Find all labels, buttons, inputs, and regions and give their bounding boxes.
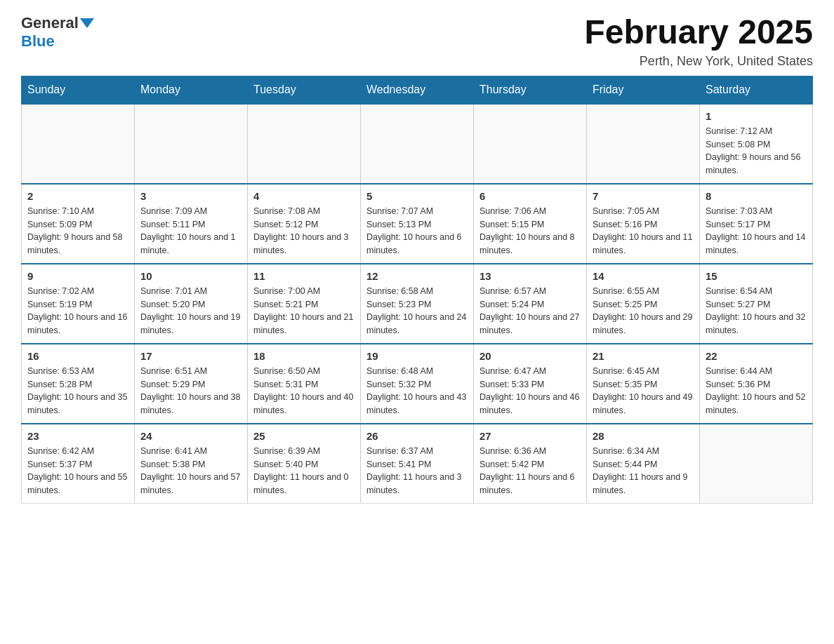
calendar-cell: 22Sunrise: 6:44 AM Sunset: 5:36 PM Dayli… (700, 344, 813, 424)
calendar-cell (22, 104, 135, 184)
day-of-week-monday: Monday (135, 76, 248, 104)
calendar-cell (474, 104, 587, 184)
calendar-cell: 19Sunrise: 6:48 AM Sunset: 5:32 PM Dayli… (361, 344, 474, 424)
location-text: Perth, New York, United States (584, 54, 813, 69)
day-of-week-wednesday: Wednesday (361, 76, 474, 104)
week-row-4: 16Sunrise: 6:53 AM Sunset: 5:28 PM Dayli… (22, 344, 813, 424)
calendar-cell: 28Sunrise: 6:34 AM Sunset: 5:44 PM Dayli… (587, 424, 700, 504)
calendar-body: 1Sunrise: 7:12 AM Sunset: 5:08 PM Daylig… (22, 104, 813, 504)
calendar-cell: 27Sunrise: 6:36 AM Sunset: 5:42 PM Dayli… (474, 424, 587, 504)
day-number: 28 (593, 430, 694, 442)
logo-blue-text: Blue (21, 32, 55, 50)
day-number: 4 (253, 190, 355, 202)
calendar-cell: 7Sunrise: 7:05 AM Sunset: 5:16 PM Daylig… (587, 184, 700, 264)
day-number: 18 (253, 350, 355, 362)
day-number: 27 (479, 430, 581, 442)
day-number: 15 (706, 270, 807, 282)
calendar-cell: 17Sunrise: 6:51 AM Sunset: 5:29 PM Dayli… (135, 344, 248, 424)
day-number: 25 (253, 430, 355, 442)
title-section: February 2025 Perth, New York, United St… (584, 14, 813, 69)
day-info: Sunrise: 6:42 AM Sunset: 5:37 PM Dayligh… (27, 445, 128, 497)
day-number: 19 (366, 350, 468, 362)
calendar-cell: 8Sunrise: 7:03 AM Sunset: 5:17 PM Daylig… (700, 184, 813, 264)
calendar-cell: 14Sunrise: 6:55 AM Sunset: 5:25 PM Dayli… (587, 264, 700, 344)
calendar-cell: 15Sunrise: 6:54 AM Sunset: 5:27 PM Dayli… (700, 264, 813, 344)
day-number: 24 (140, 430, 241, 442)
day-info: Sunrise: 6:47 AM Sunset: 5:33 PM Dayligh… (479, 365, 581, 417)
logo: General Blue (21, 14, 95, 51)
day-info: Sunrise: 7:05 AM Sunset: 5:16 PM Dayligh… (593, 205, 694, 257)
day-info: Sunrise: 6:54 AM Sunset: 5:27 PM Dayligh… (706, 285, 807, 337)
week-row-1: 1Sunrise: 7:12 AM Sunset: 5:08 PM Daylig… (22, 104, 813, 184)
day-info: Sunrise: 6:55 AM Sunset: 5:25 PM Dayligh… (593, 285, 694, 337)
day-number: 13 (479, 270, 581, 282)
day-of-week-friday: Friday (587, 76, 700, 104)
day-info: Sunrise: 6:36 AM Sunset: 5:42 PM Dayligh… (479, 445, 581, 497)
day-number: 14 (593, 270, 694, 282)
day-info: Sunrise: 7:08 AM Sunset: 5:12 PM Dayligh… (253, 205, 355, 257)
day-info: Sunrise: 6:58 AM Sunset: 5:23 PM Dayligh… (366, 285, 468, 337)
calendar-cell (248, 104, 361, 184)
day-info: Sunrise: 7:09 AM Sunset: 5:11 PM Dayligh… (140, 205, 241, 257)
day-info: Sunrise: 6:45 AM Sunset: 5:35 PM Dayligh… (593, 365, 694, 417)
day-number: 6 (479, 190, 581, 202)
day-number: 16 (27, 350, 128, 362)
calendar-cell (361, 104, 474, 184)
calendar-cell: 21Sunrise: 6:45 AM Sunset: 5:35 PM Dayli… (587, 344, 700, 424)
day-of-week-tuesday: Tuesday (248, 76, 361, 104)
calendar-header: SundayMondayTuesdayWednesdayThursdayFrid… (22, 76, 813, 104)
day-info: Sunrise: 6:39 AM Sunset: 5:40 PM Dayligh… (253, 445, 355, 497)
day-number: 5 (366, 190, 468, 202)
calendar-cell: 25Sunrise: 6:39 AM Sunset: 5:40 PM Dayli… (248, 424, 361, 504)
day-of-week-sunday: Sunday (22, 76, 135, 104)
week-row-2: 2Sunrise: 7:10 AM Sunset: 5:09 PM Daylig… (22, 184, 813, 264)
day-info: Sunrise: 6:51 AM Sunset: 5:29 PM Dayligh… (140, 365, 241, 417)
logo-arrow-icon (80, 18, 94, 28)
day-info: Sunrise: 6:48 AM Sunset: 5:32 PM Dayligh… (366, 365, 468, 417)
calendar-cell: 12Sunrise: 6:58 AM Sunset: 5:23 PM Dayli… (361, 264, 474, 344)
calendar-cell: 5Sunrise: 7:07 AM Sunset: 5:13 PM Daylig… (361, 184, 474, 264)
calendar-cell (135, 104, 248, 184)
calendar-cell: 4Sunrise: 7:08 AM Sunset: 5:12 PM Daylig… (248, 184, 361, 264)
day-info: Sunrise: 6:57 AM Sunset: 5:24 PM Dayligh… (479, 285, 581, 337)
logo-general-text: General (21, 14, 79, 32)
day-info: Sunrise: 7:12 AM Sunset: 5:08 PM Dayligh… (706, 125, 807, 177)
day-number: 26 (366, 430, 468, 442)
day-number: 22 (706, 350, 807, 362)
week-row-3: 9Sunrise: 7:02 AM Sunset: 5:19 PM Daylig… (22, 264, 813, 344)
day-of-week-saturday: Saturday (700, 76, 813, 104)
calendar-cell: 1Sunrise: 7:12 AM Sunset: 5:08 PM Daylig… (700, 104, 813, 184)
calendar-cell: 26Sunrise: 6:37 AM Sunset: 5:41 PM Dayli… (361, 424, 474, 504)
day-info: Sunrise: 7:07 AM Sunset: 5:13 PM Dayligh… (366, 205, 468, 257)
day-info: Sunrise: 6:50 AM Sunset: 5:31 PM Dayligh… (253, 365, 355, 417)
calendar-cell: 16Sunrise: 6:53 AM Sunset: 5:28 PM Dayli… (22, 344, 135, 424)
day-info: Sunrise: 7:10 AM Sunset: 5:09 PM Dayligh… (27, 205, 128, 257)
week-row-5: 23Sunrise: 6:42 AM Sunset: 5:37 PM Dayli… (22, 424, 813, 504)
day-info: Sunrise: 7:00 AM Sunset: 5:21 PM Dayligh… (253, 285, 355, 337)
day-number: 8 (706, 190, 807, 202)
calendar-cell (587, 104, 700, 184)
day-number: 11 (253, 270, 355, 282)
day-info: Sunrise: 7:06 AM Sunset: 5:15 PM Dayligh… (479, 205, 581, 257)
day-number: 23 (27, 430, 128, 442)
calendar-table: SundayMondayTuesdayWednesdayThursdayFrid… (21, 76, 813, 504)
calendar-cell: 18Sunrise: 6:50 AM Sunset: 5:31 PM Dayli… (248, 344, 361, 424)
day-info: Sunrise: 7:03 AM Sunset: 5:17 PM Dayligh… (706, 205, 807, 257)
calendar-cell: 11Sunrise: 7:00 AM Sunset: 5:21 PM Dayli… (248, 264, 361, 344)
day-number: 9 (27, 270, 128, 282)
day-number: 12 (366, 270, 468, 282)
day-number: 2 (27, 190, 128, 202)
calendar-cell: 9Sunrise: 7:02 AM Sunset: 5:19 PM Daylig… (22, 264, 135, 344)
day-number: 20 (479, 350, 581, 362)
calendar-cell: 6Sunrise: 7:06 AM Sunset: 5:15 PM Daylig… (474, 184, 587, 264)
calendar-cell: 13Sunrise: 6:57 AM Sunset: 5:24 PM Dayli… (474, 264, 587, 344)
day-number: 7 (593, 190, 694, 202)
days-of-week-row: SundayMondayTuesdayWednesdayThursdayFrid… (22, 76, 813, 104)
calendar-cell: 24Sunrise: 6:41 AM Sunset: 5:38 PM Dayli… (135, 424, 248, 504)
calendar-cell: 23Sunrise: 6:42 AM Sunset: 5:37 PM Dayli… (22, 424, 135, 504)
day-info: Sunrise: 6:34 AM Sunset: 5:44 PM Dayligh… (593, 445, 694, 497)
calendar-cell (700, 424, 813, 504)
calendar-cell: 3Sunrise: 7:09 AM Sunset: 5:11 PM Daylig… (135, 184, 248, 264)
page-header: General Blue February 2025 Perth, New Yo… (21, 14, 813, 69)
calendar-cell: 10Sunrise: 7:01 AM Sunset: 5:20 PM Dayli… (135, 264, 248, 344)
